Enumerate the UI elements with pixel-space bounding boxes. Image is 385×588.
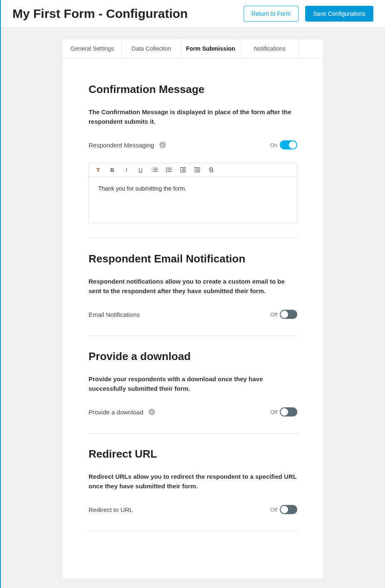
unordered-list-icon[interactable] (165, 167, 172, 173)
panel: Confirmation Message The Confirmation Me… (63, 58, 323, 578)
toggle-respondent-messaging[interactable] (280, 140, 297, 149)
section-email-notification: Respondent Email Notification Respondent… (89, 252, 297, 321)
svg-point-8 (166, 171, 167, 172)
editor-content[interactable]: Thank you for submitting the form. (89, 177, 297, 223)
info-icon[interactable]: i (148, 409, 155, 415)
svg-rect-20 (194, 172, 200, 173)
outdent-icon[interactable] (194, 167, 200, 173)
toggle-provide-download[interactable] (280, 407, 297, 416)
divider (89, 238, 297, 238)
toggle-email-notifications[interactable] (280, 310, 297, 319)
section-confirmation: Confirmation Message The Confirmation Me… (89, 83, 297, 223)
email-notifications-label: Email Notifications (89, 311, 140, 318)
toggle-state-redirect: Off (270, 507, 277, 513)
content-area: General Settings Data Collection Form Su… (1, 28, 385, 588)
toggle-wrap: Off (270, 505, 297, 514)
option-label-wrap: Respondent Messaging i (89, 142, 166, 149)
section-desc-redirect: Redirect URLs allow you to redirect the … (89, 472, 297, 491)
svg-marker-21 (194, 169, 195, 171)
tab-spacer (299, 39, 323, 58)
respondent-messaging-label: Respondent Messaging (89, 142, 154, 149)
svg-rect-17 (194, 167, 200, 168)
toggle-wrap: Off (270, 310, 297, 319)
italic-icon[interactable]: I (123, 167, 130, 173)
svg-marker-16 (180, 169, 181, 171)
return-to-form-button[interactable]: Return to Form (244, 6, 299, 22)
rich-text-editor: T B I U 123 (89, 163, 297, 223)
bold-icon[interactable]: B (109, 167, 116, 173)
svg-rect-11 (168, 172, 172, 172)
option-label-wrap: Redirect to URL (89, 506, 133, 513)
toggle-knob (281, 408, 288, 416)
toggle-knob (289, 141, 296, 149)
ordered-list-icon[interactable]: 123 (151, 167, 158, 173)
svg-rect-1 (153, 169, 158, 170)
page-title: My First Form - Configuration (12, 7, 188, 21)
tab-form-submission[interactable]: Form Submission (181, 39, 240, 58)
svg-rect-14 (182, 170, 186, 171)
redirect-url-label: Redirect to URL (89, 506, 133, 513)
toggle-state-download: Off (270, 409, 277, 415)
section-title-redirect: Redirect URL (89, 448, 297, 461)
option-label-wrap: Provide a download i (89, 409, 155, 416)
toggle-knob (281, 506, 288, 513)
section-title-download: Provide a download (89, 350, 297, 363)
svg-point-6 (166, 167, 167, 169)
tab-notifications[interactable]: Notifications (240, 39, 299, 58)
section-desc-email: Respondent notifications allow you to cr… (89, 277, 297, 296)
svg-point-7 (166, 169, 167, 171)
toggle-wrap: On (270, 140, 297, 149)
divider (89, 433, 297, 434)
svg-text:3: 3 (152, 170, 153, 172)
svg-rect-2 (153, 171, 158, 172)
option-redirect-url: Redirect to URL Off (89, 503, 297, 516)
toggle-state-email: Off (270, 311, 277, 318)
section-title-email: Respondent Email Notification (89, 252, 297, 265)
text-style-icon[interactable]: T (95, 167, 101, 173)
provide-download-label: Provide a download (89, 409, 143, 416)
config-card: General Settings Data Collection Form Su… (63, 39, 323, 578)
save-configurations-button[interactable]: Save Configurations (305, 6, 373, 22)
editor-toolbar: T B I U 123 (89, 163, 297, 177)
indent-icon[interactable] (180, 167, 186, 173)
svg-rect-18 (196, 169, 200, 170)
section-download: Provide a download Provide your responde… (89, 350, 297, 418)
section-title-confirmation: Confirmation Message (89, 83, 297, 96)
section-desc-confirmation: The Confirmation Message is displayed in… (89, 108, 297, 126)
svg-rect-12 (180, 167, 186, 168)
section-redirect: Redirect URL Redirect URLs allow you to … (89, 448, 297, 516)
page-header: My First Form - Configuration Return to … (1, 0, 385, 28)
option-label-wrap: Email Notifications (89, 311, 140, 318)
toggle-redirect-url[interactable] (280, 505, 297, 514)
tabs: General Settings Data Collection Form Su… (63, 39, 323, 58)
svg-rect-0 (153, 168, 158, 169)
info-icon[interactable]: i (159, 142, 166, 148)
svg-rect-10 (168, 169, 172, 170)
svg-rect-9 (168, 168, 172, 169)
svg-rect-13 (182, 169, 186, 170)
svg-rect-15 (180, 172, 186, 173)
toggle-wrap: Off (270, 407, 297, 416)
underline-icon[interactable]: U (137, 167, 144, 173)
divider (89, 336, 297, 336)
divider (89, 531, 297, 531)
tab-data-collection[interactable]: Data Collection (122, 39, 181, 58)
option-respondent-messaging: Respondent Messaging i On (89, 139, 297, 151)
option-provide-download: Provide a download i Off (89, 406, 297, 418)
option-email-notifications: Email Notifications Off (89, 308, 297, 321)
tab-general-settings[interactable]: General Settings (63, 39, 122, 58)
link-icon[interactable] (208, 167, 215, 173)
section-desc-download: Provide your respondents with a download… (89, 375, 297, 393)
toggle-state-respondent-messaging: On (270, 142, 277, 148)
header-actions: Return to Form Save Configurations (244, 6, 373, 22)
svg-rect-19 (196, 170, 200, 171)
toggle-knob (281, 311, 288, 318)
